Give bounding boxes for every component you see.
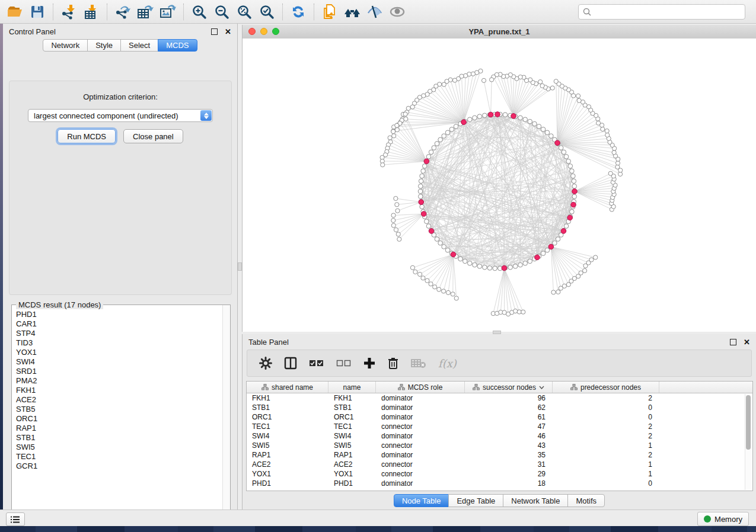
column-header-predecessor-nodes[interactable]: predecessor nodes — [553, 382, 659, 393]
float-window-icon[interactable] — [211, 28, 218, 35]
float-window-icon[interactable] — [730, 339, 736, 345]
result-node[interactable]: FKH1 — [12, 386, 222, 395]
table-row[interactable]: SWI4SWI4dominator462 — [247, 431, 752, 441]
column-header-shared-name[interactable]: shared name — [247, 382, 328, 393]
result-node[interactable]: STP4 — [12, 329, 222, 338]
control-panel: Control Panel ✕ NetworkStyleSelectMCDS O… — [3, 24, 238, 509]
result-node[interactable]: CAR1 — [12, 319, 222, 329]
result-node[interactable]: PHD1 — [12, 310, 222, 319]
table-row[interactable]: ACE2ACE2connector311 — [247, 460, 752, 469]
maximize-window-icon[interactable] — [272, 28, 279, 35]
zoom-fit-button[interactable] — [233, 2, 256, 21]
column-header-name[interactable]: name — [328, 382, 376, 393]
export-network-button[interactable] — [111, 2, 134, 21]
table-row[interactable]: STB1STB1dominator620 — [247, 403, 752, 412]
tab-node-table[interactable]: Node Table — [394, 494, 449, 507]
zoom-in-button[interactable] — [188, 2, 210, 21]
table-scrollbar-thumb[interactable] — [746, 395, 751, 450]
select-all-rows-button[interactable] — [309, 359, 324, 367]
criterion-dropdown[interactable]: largest connected component (undirected) — [28, 109, 213, 122]
search-network-button[interactable] — [341, 2, 363, 21]
table-row[interactable]: ORC1ORC1dominator610 — [247, 412, 752, 422]
search-input[interactable] — [592, 7, 745, 17]
share-document-button[interactable] — [318, 2, 341, 21]
splitter-grip[interactable] — [238, 262, 242, 271]
result-node[interactable]: SWI5 — [12, 443, 222, 452]
tree-column-icon — [398, 384, 405, 390]
close-panel-button[interactable]: Close panel — [123, 129, 183, 143]
refresh-layout-button[interactable] — [287, 2, 310, 21]
show-columns-button[interactable] — [284, 357, 297, 370]
zoom-selected-button[interactable] — [256, 2, 278, 21]
run-mcds-button[interactable]: Run MCDS — [58, 129, 116, 143]
task-history-button[interactable] — [6, 512, 25, 526]
mcds-tab-content: Optimization criterion: largest connecte… — [9, 81, 232, 295]
tab-motifs[interactable]: Motifs — [567, 494, 605, 507]
delete-table-button[interactable] — [411, 358, 426, 368]
cell: PHD1 — [328, 479, 376, 488]
table-row[interactable]: FKH1FKH1dominator962 — [247, 393, 752, 403]
hide-details-button[interactable] — [363, 2, 386, 21]
result-node[interactable]: STB5 — [12, 405, 222, 414]
table-row[interactable]: SWI5SWI5connector431 — [247, 441, 752, 450]
column-header-MCDS-role[interactable]: MCDS role — [376, 382, 465, 393]
export-image-button[interactable] — [157, 2, 179, 21]
import-table-button[interactable] — [80, 2, 103, 21]
result-node[interactable]: YOX1 — [12, 348, 222, 357]
network-canvas[interactable] — [243, 39, 756, 332]
tab-mcds[interactable]: MCDS — [158, 39, 197, 52]
import-network-button[interactable] — [58, 2, 80, 21]
cell: connector — [376, 422, 465, 431]
show-details-button[interactable] — [386, 2, 409, 21]
result-node[interactable]: PMA2 — [12, 376, 222, 386]
tab-network-table[interactable]: Network Table — [503, 494, 568, 507]
result-node[interactable]: TEC1 — [12, 452, 222, 462]
close-panel-icon[interactable]: ✕ — [744, 338, 750, 346]
vertical-splitter[interactable] — [238, 24, 242, 509]
result-node[interactable]: TID3 — [12, 338, 222, 348]
result-node[interactable]: GCR1 — [12, 462, 222, 471]
table-row[interactable]: TEC1TEC1connector472 — [247, 422, 752, 431]
result-node[interactable]: SRD1 — [12, 367, 222, 376]
toolbar-separator — [314, 4, 314, 20]
deselect-all-rows-button[interactable] — [336, 359, 352, 367]
save-session-button[interactable] — [26, 2, 49, 21]
column-label: shared name — [272, 383, 313, 392]
result-node[interactable]: RAP1 — [12, 424, 222, 433]
close-window-icon[interactable] — [248, 28, 256, 35]
minimize-window-icon[interactable] — [260, 28, 267, 35]
cell: dominator — [376, 394, 465, 402]
result-list-scrollbar[interactable] — [222, 305, 230, 519]
delete-table-icon — [411, 358, 426, 368]
table-row[interactable]: YOX1YOX1connector291 — [247, 469, 752, 479]
tab-network[interactable]: Network — [43, 39, 88, 52]
open-file-button[interactable] — [4, 2, 26, 21]
result-node[interactable]: ORC1 — [12, 414, 222, 424]
cell: 0 — [553, 403, 659, 412]
add-column-button[interactable] — [363, 357, 375, 369]
tab-select[interactable]: Select — [120, 39, 158, 52]
status-bar: Memory — [0, 509, 756, 526]
close-panel-icon[interactable]: ✕ — [225, 28, 231, 36]
table-options-button[interactable] — [259, 357, 272, 370]
result-node[interactable]: STB1 — [12, 433, 222, 443]
zoom-out-button[interactable] — [210, 2, 233, 21]
result-node[interactable]: SWI4 — [12, 357, 222, 367]
memory-button[interactable]: Memory — [697, 512, 749, 526]
tab-edge-table[interactable]: Edge Table — [448, 494, 503, 507]
horizontal-splitter-grip[interactable] — [493, 331, 501, 334]
result-node[interactable]: ACE2 — [12, 395, 222, 405]
network-window-titlebar[interactable]: YPA_prune.txt_1 — [243, 25, 756, 39]
column-header-successor-nodes[interactable]: successor nodes — [465, 382, 553, 393]
function-builder-button[interactable]: f(x) — [438, 357, 457, 370]
columns-icon — [284, 357, 297, 370]
export-table-button[interactable] — [134, 2, 157, 21]
delete-column-button[interactable] — [387, 357, 399, 370]
table-scrollbar[interactable] — [745, 394, 752, 490]
cell: connector — [376, 470, 465, 478]
zoom-fit-icon — [237, 4, 252, 20]
table-row[interactable]: PHD1PHD1dominator180 — [247, 479, 752, 488]
tab-style[interactable]: Style — [87, 39, 121, 52]
table-row[interactable]: RAP1RAP1dominator352 — [247, 450, 752, 460]
checked-boxes-icon — [309, 359, 324, 367]
